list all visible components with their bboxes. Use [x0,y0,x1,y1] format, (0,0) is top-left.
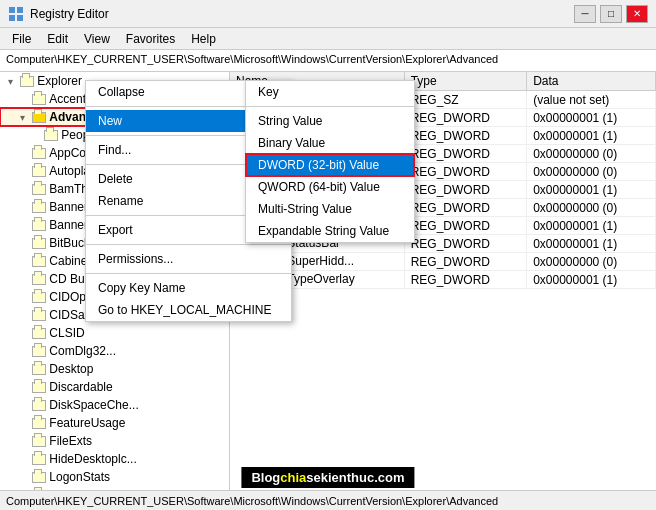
tree-item-fileexts[interactable]: FileExts [0,432,229,450]
tree-label: Desktop [49,362,93,376]
submenu-string-label: String Value [258,114,322,128]
tree-arrow [20,220,32,231]
ctx-copy-key[interactable]: Copy Key Name [86,277,291,299]
ctx-permissions[interactable]: Permissions... [86,248,291,270]
watermark-text: Blogchiasekienthuc.com [251,470,404,485]
submenu-key-label: Key [258,85,279,99]
svg-rect-2 [9,15,15,21]
tree-arrow [20,436,32,447]
ctx-goto-hklm-label: Go to HKEY_LOCAL_MACHINE [98,303,271,317]
tree-item-diskspace[interactable]: DiskSpaceChe... [0,396,229,414]
tree-item-hidedesktop[interactable]: HideDesktoplc... [0,450,229,468]
menu-favorites[interactable]: Favorites [118,30,183,48]
submenu-multistring[interactable]: Multi-String Value [246,198,414,220]
address-bar: Computer\HKEY_CURRENT_USER\Software\Micr… [0,50,656,72]
submenu-qword[interactable]: QWORD (64-bit) Value [246,176,414,198]
status-bar: Computer\HKEY_CURRENT_USER\Software\Micr… [0,490,656,510]
tree-label: LogonStats [49,470,110,484]
folder-icon [32,436,46,447]
cell-data: 0x00000001 (1) [527,271,656,289]
folder-icon [32,184,46,195]
tree-item-logonstats[interactable]: LogonStats [0,468,229,486]
cell-type: REG_DWORD [404,145,527,163]
tree-arrow: ▾ [8,76,20,87]
submenu-separator-1 [246,106,414,107]
tree-item-desktop[interactable]: Desktop [0,360,229,378]
tree-label: Accent [49,92,86,106]
folder-icon [32,364,46,375]
tree-label: HideDesktoplc... [49,452,136,466]
submenu-expandable[interactable]: Expandable String Value [246,220,414,242]
tree-arrow [20,472,32,483]
menu-edit[interactable]: Edit [39,30,76,48]
tree-arrow [20,274,32,285]
tree-arrow [20,238,32,249]
ctx-delete-label: Delete [98,172,133,186]
folder-icon [44,130,58,141]
table-row[interactable]: ■■ ShowTypeOverlay REG_DWORD 0x00000001 … [230,271,656,289]
maximize-button[interactable]: □ [600,5,622,23]
submenu-dword[interactable]: DWORD (32-bit) Value [246,154,414,176]
submenu-expandable-label: Expandable String Value [258,224,389,238]
ctx-find-label: Find... [98,143,131,157]
tree-arrow [32,130,44,141]
folder-icon [32,256,46,267]
cell-data: 0x00000001 (1) [527,235,656,253]
tree-label: DiskSpaceChe... [49,398,138,412]
ctx-goto-hklm[interactable]: Go to HKEY_LOCAL_MACHINE [86,299,291,321]
folder-icon [32,418,46,429]
cell-type: REG_DWORD [404,163,527,181]
folder-icon [32,310,46,321]
close-button[interactable]: ✕ [626,5,648,23]
svg-rect-0 [9,7,15,13]
folder-icon [32,328,46,339]
menu-file[interactable]: File [4,30,39,48]
tree-arrow [20,310,32,321]
tree-arrow [20,454,32,465]
submenu-binary[interactable]: Binary Value [246,132,414,154]
ctx-new-label: New [98,114,122,128]
folder-icon [32,148,46,159]
cell-data: 0x00000001 (1) [527,109,656,127]
cell-type: REG_SZ [404,91,527,109]
cell-type: REG_DWORD [404,181,527,199]
tree-arrow [20,292,32,303]
tree-arrow [20,382,32,393]
folder-icon [32,292,46,303]
cell-data: 0x00000000 (0) [527,253,656,271]
menu-view[interactable]: View [76,30,118,48]
title-bar-text: Registry Editor [30,7,109,21]
table-row[interactable]: ■■ ShowSuperHidd... REG_DWORD 0x00000000… [230,253,656,271]
tree-arrow [20,166,32,177]
title-controls[interactable]: ─ □ ✕ [574,5,648,23]
tree-label: CLSID [49,326,84,340]
tree-label: Explorer [37,74,82,88]
menu-help[interactable]: Help [183,30,224,48]
folder-icon [32,112,46,123]
status-text: Computer\HKEY_CURRENT_USER\Software\Micr… [6,495,498,507]
folder-icon [32,220,46,231]
tree-item-feature[interactable]: FeatureUsage [0,414,229,432]
svg-rect-1 [17,7,23,13]
cell-data: 0x00000000 (0) [527,145,656,163]
submenu-key[interactable]: Key [246,81,414,103]
cell-data: (value not set) [527,91,656,109]
tree-arrow: ▾ [20,112,32,123]
cell-type: REG_DWORD [404,199,527,217]
tree-label: FeatureUsage [49,416,125,430]
tree-item-comdlg[interactable]: ComDlg32... [0,342,229,360]
submenu-multistring-label: Multi-String Value [258,202,352,216]
cell-data: 0x00000000 (0) [527,163,656,181]
cell-type: REG_DWORD [404,253,527,271]
submenu-binary-label: Binary Value [258,136,325,150]
folder-icon [32,400,46,411]
minimize-button[interactable]: ─ [574,5,596,23]
cell-type: REG_DWORD [404,109,527,127]
watermark: Blogchiasekienthuc.com [241,467,414,488]
address-path: Computer\HKEY_CURRENT_USER\Software\Micr… [6,53,498,65]
tree-item-discardable[interactable]: Discardable [0,378,229,396]
submenu-string[interactable]: String Value [246,110,414,132]
tree-item-clsid[interactable]: CLSID [0,324,229,342]
col-type: Type [404,72,527,91]
tree-arrow [20,148,32,159]
